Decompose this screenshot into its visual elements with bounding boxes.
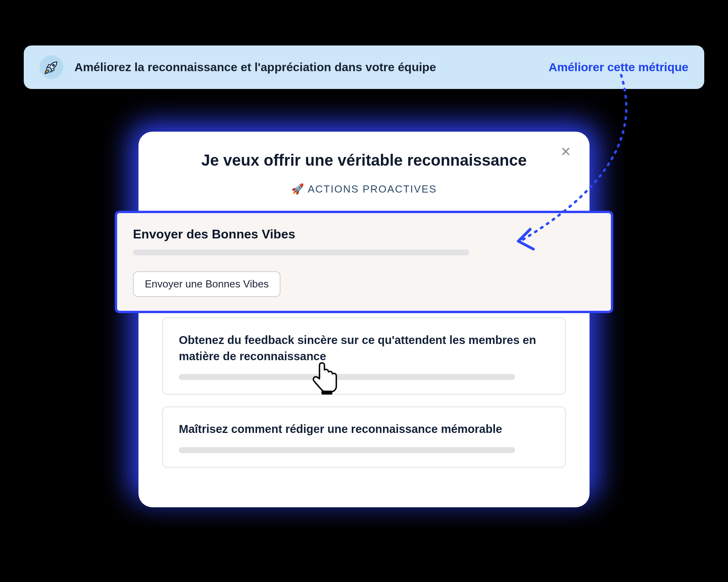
recognition-modal: Je veux offrir une véritable reconnaissa… bbox=[138, 132, 590, 507]
close-icon bbox=[561, 146, 571, 157]
action-card-writing[interactable]: Maîtrisez comment rédiger une reconnaiss… bbox=[162, 406, 566, 468]
subtitle-text: ACTIONS PROACTIVES bbox=[308, 183, 437, 195]
progress-bar bbox=[179, 447, 515, 453]
modal-title: Je veux offrir une véritable reconnaissa… bbox=[138, 151, 590, 169]
svg-rect-1 bbox=[322, 391, 333, 395]
banner-left: Améliorez la reconnaissance et l'appréci… bbox=[40, 55, 436, 79]
highlighted-action-card[interactable]: Envoyer des Bonnes Vibes Envoyer une Bon… bbox=[115, 211, 613, 313]
close-button[interactable] bbox=[560, 146, 572, 157]
rocket-emoji: 🚀 bbox=[291, 183, 305, 195]
improve-metric-link[interactable]: Améliorer cette métrique bbox=[549, 60, 688, 74]
action-card-feedback[interactable]: Obtenez du feedback sincère sur ce qu'at… bbox=[162, 317, 566, 395]
svg-point-0 bbox=[53, 64, 54, 66]
modal-subtitle: 🚀 ACTIONS PROACTIVES bbox=[138, 183, 590, 195]
rocket-icon bbox=[40, 55, 63, 79]
recognition-modal-wrap: Je veux offrir une véritable reconnaissa… bbox=[138, 132, 590, 507]
pointer-cursor-icon bbox=[311, 361, 340, 398]
progress-bar bbox=[133, 249, 469, 255]
action-list: Obtenez du feedback sincère sur ce qu'at… bbox=[162, 317, 566, 480]
progress-bar bbox=[179, 374, 515, 380]
send-vibes-button[interactable]: Envoyer une Bonnes Vibes bbox=[133, 271, 281, 297]
action-card-title: Maîtrisez comment rédiger une reconnaiss… bbox=[179, 421, 549, 437]
action-card-title: Obtenez du feedback sincère sur ce qu'at… bbox=[179, 332, 549, 364]
improvement-banner: Améliorez la reconnaissance et l'appréci… bbox=[24, 45, 704, 89]
highlighted-action-title: Envoyer des Bonnes Vibes bbox=[133, 227, 595, 242]
banner-title: Améliorez la reconnaissance et l'appréci… bbox=[74, 60, 436, 74]
